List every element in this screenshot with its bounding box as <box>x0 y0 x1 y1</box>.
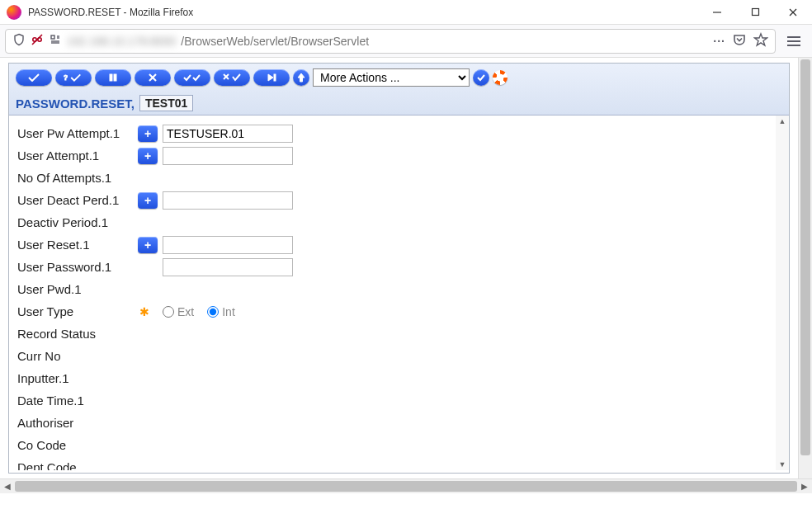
required-star-icon: ✱ <box>139 305 149 318</box>
form-row: User Reset.1+ <box>17 233 781 256</box>
authorise-button[interactable] <box>174 69 210 86</box>
form-row: Curr No <box>17 345 781 367</box>
field-label: Date Time.1 <box>17 394 133 408</box>
radio-label: Ext <box>177 305 194 318</box>
svg-marker-12 <box>755 34 767 45</box>
field-label: User Type <box>17 304 133 318</box>
browser-urlbar-row: 192.168.10.178:8000 /BrowserWeb/servlet/… <box>0 25 812 58</box>
bookmark-star-icon[interactable] <box>753 32 768 49</box>
window-titlebar: PASSWORD.RESET - Mozilla Firefox <box>0 0 812 25</box>
field-label: No Of Attempts.1 <box>17 171 133 185</box>
field-label: Inputter.1 <box>17 371 133 385</box>
firefox-logo-icon <box>7 5 21 20</box>
window-controls <box>698 0 812 25</box>
field-label: Deactiv Period.1 <box>17 215 133 229</box>
add-multivalue-button[interactable]: + <box>138 237 158 253</box>
svg-rect-14 <box>110 74 112 81</box>
field-label: Authoriser <box>17 416 133 430</box>
page-horizontal-scrollbar[interactable]: ◀ ▶ <box>0 478 812 493</box>
more-actions-dropdown[interactable]: More Actions ... <box>313 68 470 87</box>
page-actions-icon[interactable]: ··· <box>713 35 725 48</box>
user-type-option[interactable]: Ext <box>163 305 194 318</box>
field-input[interactable] <box>163 258 293 276</box>
record-title: PASSWORD.RESET, <box>16 97 135 111</box>
svg-rect-21 <box>274 74 276 81</box>
form-row: Date Time.1 <box>17 389 781 412</box>
field-input[interactable] <box>163 147 293 165</box>
svg-rect-1 <box>752 9 758 16</box>
pocket-icon[interactable] <box>732 32 747 49</box>
field-input[interactable] <box>163 125 293 143</box>
form-row: Dept Code <box>17 456 781 470</box>
field-label: User Attempt.1 <box>17 148 133 163</box>
go-button[interactable] <box>473 69 489 86</box>
field-input[interactable] <box>163 191 293 210</box>
svg-marker-22 <box>298 73 304 82</box>
url-host-hidden: 192.168.10.178:8000 <box>67 35 176 48</box>
form-area: User Pw Attempt.1+User Attempt.1+No Of A… <box>9 115 789 470</box>
window-title: PASSWORD.RESET - Mozilla Firefox <box>28 7 698 18</box>
form-row: Inputter.1 <box>17 367 781 389</box>
record-id: TEST01 <box>139 95 193 111</box>
validate-button[interactable]: ? <box>55 69 92 86</box>
add-multivalue-button[interactable]: + <box>138 148 158 164</box>
app-frame: ? <box>8 63 790 474</box>
field-label: User Password.1 <box>17 260 133 274</box>
scrollbar-thumb[interactable] <box>800 59 810 455</box>
form-row: Record Status <box>17 323 781 345</box>
field-input[interactable] <box>163 236 293 254</box>
form-row: No Of Attempts.1 <box>17 167 781 189</box>
field-label: User Pw Attempt.1 <box>17 126 133 140</box>
form-row: Deactiv Period.1 <box>17 211 781 233</box>
window-maximize-button[interactable] <box>736 0 774 25</box>
url-path: /BrowserWeb/servlet/BrowserServlet <box>181 35 369 48</box>
next-button[interactable] <box>253 69 290 86</box>
form-row: User Deact Perd.1+ <box>17 189 781 211</box>
scroll-right-icon[interactable]: ▶ <box>797 479 812 494</box>
form-row: Co Code <box>17 434 781 456</box>
field-label: Co Code <box>17 438 133 452</box>
radio-input[interactable] <box>207 306 219 318</box>
page-viewport: ? <box>0 58 812 493</box>
hamburger-menu-button[interactable] <box>781 30 807 53</box>
form-vertical-scrollbar[interactable]: ▲ ▼ <box>776 115 789 470</box>
form-row: User Attempt.1+ <box>17 144 781 167</box>
reverse-button[interactable] <box>214 69 250 86</box>
radio-label: Int <box>222 305 235 318</box>
form-row: Authoriser <box>17 412 781 434</box>
svg-rect-7 <box>51 35 54 39</box>
field-label: Dept Code <box>17 460 133 470</box>
help-icon[interactable] <box>493 70 508 85</box>
app-toolbar: ? <box>9 64 789 115</box>
add-multivalue-button[interactable]: + <box>138 125 158 142</box>
commit-button[interactable] <box>16 69 52 86</box>
field-label: User Deact Perd.1 <box>17 193 133 207</box>
window-minimize-button[interactable] <box>698 0 736 25</box>
permissions-icon <box>49 33 62 49</box>
shield-icon <box>12 33 26 49</box>
page-vertical-scrollbar[interactable] <box>798 58 812 493</box>
form-row: User Pwd.1 <box>17 278 781 300</box>
scrollbar-thumb[interactable] <box>15 481 797 492</box>
form-row: User Password.1 <box>17 256 781 278</box>
svg-line-6 <box>32 35 42 45</box>
window-close-button[interactable] <box>774 0 812 25</box>
field-label: User Pwd.1 <box>17 282 133 296</box>
scroll-down-icon[interactable]: ▼ <box>776 459 789 470</box>
tracking-off-icon <box>31 33 44 49</box>
user-type-option[interactable]: Int <box>207 305 235 318</box>
radio-input[interactable] <box>163 306 174 318</box>
upload-button[interactable] <box>293 69 309 86</box>
field-label: User Reset.1 <box>17 238 133 252</box>
form-row: User Type✱ExtInt <box>17 300 781 323</box>
svg-text:?: ? <box>64 73 68 82</box>
hold-button[interactable] <box>95 69 131 86</box>
scroll-left-icon[interactable]: ◀ <box>0 479 15 494</box>
scroll-up-icon[interactable]: ▲ <box>776 115 789 127</box>
form-row: User Pw Attempt.1+ <box>17 122 781 144</box>
url-input[interactable]: 192.168.10.178:8000 /BrowserWeb/servlet/… <box>5 29 776 54</box>
field-label: Curr No <box>17 349 133 363</box>
delete-button[interactable] <box>135 69 171 86</box>
add-multivalue-button[interactable]: + <box>138 192 158 209</box>
svg-marker-20 <box>268 74 273 81</box>
